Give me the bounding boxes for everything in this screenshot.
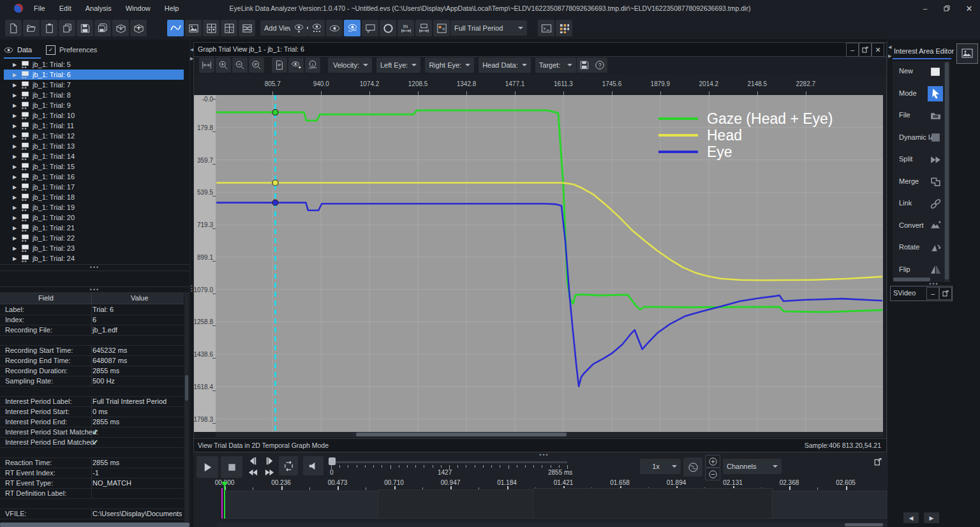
property-row[interactable]	[0, 447, 184, 458]
property-row[interactable]: RT Event Type:NO_MATCH	[0, 478, 184, 489]
period-dropdown[interactable]: Full Trial Period	[450, 20, 527, 36]
expand-arrow-icon[interactable]: ▶	[13, 246, 20, 251]
tree-item-trial-7[interactable]: ▶jb_1: Trial: 7	[4, 80, 184, 90]
expand-arrow-icon[interactable]: ▶	[13, 256, 20, 262]
property-row[interactable]: RT Event Index:-1	[0, 468, 184, 479]
cursor-marker[interactable]	[272, 200, 278, 205]
tree-item-trial-12[interactable]: ▶jb_1: Trial: 12	[4, 131, 184, 141]
tree-item-trial-18[interactable]: ▶jb_1: Trial: 18	[4, 192, 184, 202]
plot-area[interactable]: Gaze (Head + Eye)HeadEye	[216, 95, 883, 432]
graph-dropdown-velocity[interactable]: Velocity:	[329, 57, 372, 73]
layout-pair-button[interactable]	[433, 20, 450, 36]
eye-add-button[interactable]	[288, 57, 304, 73]
expand-arrow-icon[interactable]: ▶	[13, 174, 20, 180]
panel-minimize-button[interactable]: –	[846, 43, 859, 57]
tree-item-trial-6[interactable]: ▶jb_1: Trial: 6	[4, 70, 184, 80]
graph-dropdown-righteye[interactable]: Right Eye:	[425, 57, 474, 73]
property-row[interactable]: VFILE:C:\Users\Display\Documents\E...	[0, 508, 184, 519]
message-button[interactable]	[362, 20, 378, 36]
collapse-right-icon[interactable]: ▶	[888, 54, 891, 59]
tree-item-trial-11[interactable]: ▶jb_1: Trial: 11	[4, 121, 184, 131]
ia-tool-rotate[interactable]: Rotate	[893, 237, 950, 259]
tree-item-trial-10[interactable]: ▶jb_1: Trial: 10	[4, 110, 184, 121]
loop-button[interactable]	[279, 456, 298, 475]
import-package-button[interactable]	[112, 20, 129, 36]
clipboard-button[interactable]	[41, 20, 57, 36]
column-header-value[interactable]: Value	[131, 294, 148, 302]
expand-arrow-icon[interactable]: ▶	[13, 154, 20, 160]
audio-button[interactable]	[303, 456, 323, 475]
tree-item-trial-9[interactable]: ▶jb_1: Trial: 9	[4, 100, 184, 110]
graph-panel-titlebar[interactable]: Graph Trial View jb_1 - jb_1: Trial: 6 –…	[194, 43, 886, 57]
ia-tool-link[interactable]: Link	[893, 193, 950, 215]
terminal-button[interactable]	[538, 20, 554, 36]
property-row[interactable]	[0, 386, 184, 397]
graph-view-button[interactable]	[167, 20, 184, 36]
ia-square-icon[interactable]	[928, 64, 943, 79]
graph-dropdown-target[interactable]: Target:	[535, 57, 576, 73]
ia-dim-square-icon[interactable]	[928, 130, 943, 145]
fixation-button[interactable]	[290, 20, 307, 36]
menu-help[interactable]: Help	[158, 4, 186, 12]
ia-link-icon[interactable]	[928, 196, 943, 211]
sync-button[interactable]	[683, 457, 702, 477]
tree-item-trial-13[interactable]: ▶jb_1: Trial: 13	[4, 141, 184, 151]
zoom-out-button[interactable]	[232, 57, 248, 73]
timeline-segment[interactable]	[378, 489, 534, 519]
export-package-button[interactable]	[130, 20, 147, 36]
tree-item-trial-24[interactable]: ▶jb_1: Trial: 24	[4, 253, 184, 264]
ia-tool-file[interactable]: File	[893, 105, 950, 127]
property-scrollbar[interactable]	[184, 292, 189, 522]
svideo-popout-button[interactable]	[939, 287, 952, 300]
ia-v-scrollbar[interactable]	[944, 61, 949, 282]
info-trace-button[interactable]: i	[305, 57, 320, 73]
ia-tool-new[interactable]: New	[893, 61, 950, 83]
ia-tool-merge[interactable]: Merge	[893, 172, 950, 193]
property-row[interactable]: RT Definition Label:	[0, 488, 184, 499]
eye-trace-button[interactable]	[344, 20, 360, 36]
tab-preferences[interactable]: ✓ Preferences	[46, 42, 97, 57]
ia-tool-convert[interactable]: Convert	[893, 216, 950, 237]
timeline-popout-button[interactable]	[872, 456, 884, 468]
expand-arrow-icon[interactable]: ▶	[13, 133, 20, 139]
property-row[interactable]: Recording End Time:648087 ms	[0, 355, 184, 366]
timeline-zoom-in-button[interactable]	[705, 455, 720, 468]
ia-tool-dynamic-ia[interactable]: Dynamic IA	[893, 128, 950, 149]
tree-item-trial-14[interactable]: ▶jb_1: Trial: 14	[4, 151, 184, 161]
rewind-button[interactable]	[246, 468, 260, 477]
property-row[interactable]: Recording File:jb_1.edf	[0, 325, 184, 336]
cursor-marker[interactable]	[272, 110, 278, 115]
interest-width-button[interactable]: IN	[397, 20, 414, 36]
tree-item-trial-19[interactable]: ▶jb_1: Trial: 19	[4, 202, 184, 212]
property-row[interactable]: Sampling Rate:500 Hz	[0, 376, 184, 387]
help-button[interactable]: ?	[592, 57, 607, 73]
save-all-button[interactable]	[94, 20, 111, 36]
play-button[interactable]	[197, 456, 218, 478]
grid-view-2-button[interactable]	[221, 20, 237, 36]
tree-item-trial-8[interactable]: ▶jb_1: Trial: 8	[4, 90, 184, 100]
timeline-h-scrollbar[interactable]	[217, 523, 886, 527]
timeline-playhead[interactable]	[224, 483, 225, 519]
tab-data[interactable]: Data	[4, 42, 41, 59]
grid-dots-button[interactable]	[556, 20, 572, 36]
property-row[interactable]: Recording Duration:2855 ms	[0, 366, 184, 376]
timeline-segment[interactable]	[533, 488, 773, 519]
plot-h-scrollbar[interactable]	[216, 432, 883, 437]
channels-dropdown[interactable]: Channels	[723, 459, 782, 474]
expand-arrow-icon[interactable]: ▶	[13, 93, 20, 98]
expand-arrow-icon[interactable]: ▶	[13, 62, 20, 68]
tree-item-trial-21[interactable]: ▶jb_1: Trial: 21	[4, 223, 184, 233]
ia-folder-icon[interactable]	[928, 108, 943, 123]
fit-width-button[interactable]	[199, 57, 214, 73]
column-header-field[interactable]: Field	[38, 294, 54, 302]
playhead-handle[interactable]	[221, 482, 228, 487]
expand-arrow-icon[interactable]: ▶	[13, 205, 20, 211]
expand-arrow-icon[interactable]: ▶	[13, 184, 20, 190]
ia-merge-icon[interactable]	[928, 174, 943, 189]
expand-arrow-icon[interactable]: ▶	[13, 164, 20, 170]
expand-arrow-icon[interactable]: ▶	[13, 82, 20, 88]
tree-item-trial-5[interactable]: ▶jb_1: Trial: 5	[4, 59, 184, 70]
property-row[interactable]: Recording Start Time:645232 ms	[0, 345, 184, 356]
timeline-segment[interactable]	[225, 491, 379, 519]
expand-arrow-icon[interactable]: ▶	[13, 123, 20, 129]
